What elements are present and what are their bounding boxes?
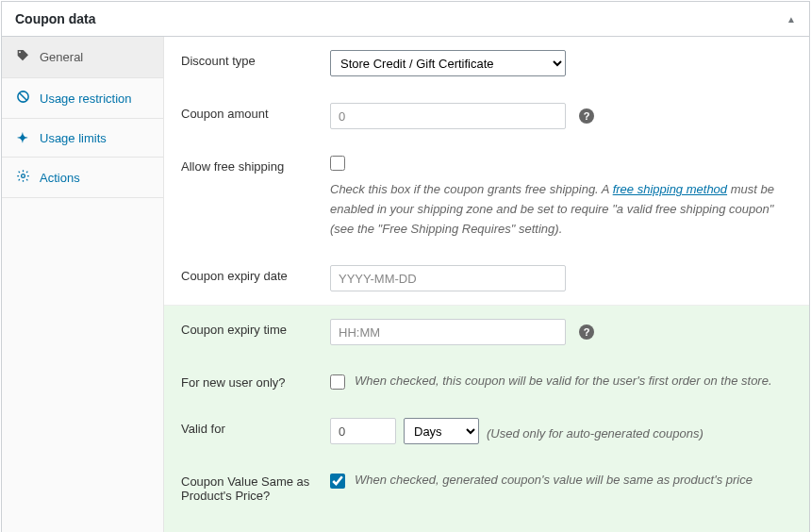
discount-type-select[interactable]: Store Credit / Gift Certificate bbox=[330, 50, 566, 76]
same-as-price-hint: When checked, generated coupon's value w… bbox=[355, 471, 753, 490]
svg-line-1 bbox=[19, 92, 26, 100]
tab-label: Actions bbox=[40, 171, 80, 185]
extended-options-section: Coupon expiry time ? For new user only? … bbox=[164, 306, 809, 532]
coupon-amount-input[interactable] bbox=[330, 103, 566, 129]
svg-point-2 bbox=[21, 175, 25, 178]
row-expiry-time: Coupon expiry time ? bbox=[164, 306, 809, 358]
tag-icon bbox=[15, 48, 30, 66]
label-coupon-amount: Coupon amount bbox=[181, 103, 313, 121]
free-shipping-checkbox[interactable] bbox=[330, 156, 345, 171]
gear-icon bbox=[15, 169, 30, 186]
panel-header[interactable]: Coupon data ▲ bbox=[2, 2, 809, 37]
expiry-date-input[interactable] bbox=[330, 265, 566, 291]
label-expiry-date: Coupon expiry date bbox=[181, 265, 313, 283]
valid-for-hint: (Used only for auto-generated coupons) bbox=[487, 422, 703, 441]
row-expiry-date: Coupon expiry date bbox=[164, 252, 809, 306]
new-user-hint: When checked, this coupon will be valid … bbox=[355, 372, 772, 391]
label-new-user: For new user only? bbox=[181, 372, 313, 390]
tab-label: Usage limits bbox=[40, 131, 107, 145]
coupon-data-panel: Coupon data ▲ General Usage restriction … bbox=[1, 1, 810, 532]
valid-for-number-input[interactable] bbox=[330, 418, 396, 444]
row-same-as-price: Coupon Value Same as Product's Price? Wh… bbox=[164, 457, 809, 516]
row-code-format: Coupon Code Format coupon_code (We recom… bbox=[164, 516, 809, 532]
tab-content-general: Discount type Store Credit / Gift Certif… bbox=[164, 37, 809, 532]
expiry-time-input[interactable] bbox=[330, 319, 566, 345]
label-expiry-time: Coupon expiry time bbox=[181, 319, 313, 337]
tab-label: General bbox=[40, 50, 83, 64]
row-new-user: For new user only? When checked, this co… bbox=[164, 358, 809, 405]
label-free-shipping: Allow free shipping bbox=[181, 156, 313, 174]
help-icon[interactable]: ? bbox=[579, 324, 594, 340]
free-shipping-method-link[interactable]: free shipping method bbox=[613, 182, 727, 196]
ban-icon bbox=[15, 90, 30, 107]
free-shipping-hint: Check this box if the coupon grants free… bbox=[330, 180, 792, 239]
row-valid-for: Valid for Days (Used only for auto-gener… bbox=[164, 405, 809, 457]
collapse-icon[interactable]: ▲ bbox=[786, 14, 796, 25]
row-discount-type: Discount type Store Credit / Gift Certif… bbox=[164, 37, 809, 90]
valid-for-unit-select[interactable]: Days bbox=[404, 418, 479, 444]
same-as-price-checkbox[interactable] bbox=[330, 474, 345, 489]
panel-body: General Usage restriction ✦ Usage limits… bbox=[2, 37, 809, 532]
panel-title: Coupon data bbox=[15, 11, 96, 26]
new-user-checkbox[interactable] bbox=[330, 374, 345, 390]
label-same-as-price: Coupon Value Same as Product's Price? bbox=[181, 471, 313, 503]
label-valid-for: Valid for bbox=[181, 418, 313, 436]
row-coupon-amount: Coupon amount ? bbox=[164, 90, 809, 142]
tab-list: General Usage restriction ✦ Usage limits… bbox=[2, 37, 164, 532]
tab-label: Usage restriction bbox=[40, 91, 132, 106]
help-icon[interactable]: ? bbox=[579, 108, 594, 124]
tab-general[interactable]: General bbox=[2, 37, 163, 78]
tab-actions[interactable]: Actions bbox=[2, 158, 163, 198]
tab-usage-restriction[interactable]: Usage restriction bbox=[2, 78, 163, 119]
label-discount-type: Discount type bbox=[181, 50, 313, 68]
tab-usage-limits[interactable]: ✦ Usage limits bbox=[2, 119, 163, 158]
row-free-shipping: Allow free shipping Check this box if th… bbox=[164, 142, 809, 252]
plus-sparkle-icon: ✦ bbox=[15, 130, 30, 145]
